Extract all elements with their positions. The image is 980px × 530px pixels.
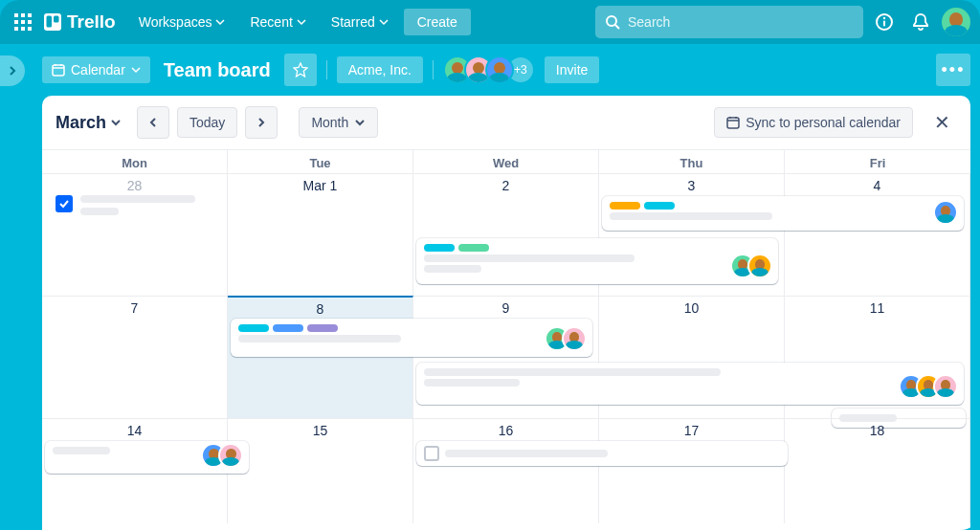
user-avatar[interactable] — [942, 8, 970, 36]
dow-thu: Thu — [599, 150, 785, 173]
topnav: Trello Workspaces Recent Starred Create — [0, 0, 980, 44]
calendar-card[interactable] — [231, 319, 592, 357]
dow-fri: Fri — [785, 150, 970, 173]
svg-rect-16 — [53, 65, 64, 76]
month-picker[interactable]: March — [56, 113, 129, 133]
create-button[interactable]: Create — [404, 9, 471, 35]
apps-grid-icon[interactable] — [10, 9, 36, 35]
trello-logo[interactable]: Trello — [42, 11, 123, 33]
calendar-card[interactable] — [45, 441, 249, 474]
star-icon — [293, 62, 308, 77]
calendar-icon — [52, 63, 65, 77]
calendar-header: March Today Month Sync to personal calen… — [42, 96, 970, 149]
day-cell[interactable]: 7 — [42, 296, 228, 418]
svg-rect-0 — [14, 13, 18, 17]
week-row: 28 Mar 1 2 3 4 — [42, 173, 970, 296]
avatar[interactable] — [933, 374, 958, 399]
nav-starred[interactable]: Starred — [322, 9, 398, 35]
week-row: 7 8 9 10 11 — [42, 296, 970, 418]
search-input[interactable] — [628, 14, 854, 30]
board-header: Calendar Team board Acme, Inc. +3 Invite… — [0, 44, 980, 96]
svg-rect-10 — [47, 16, 53, 28]
calendar-card[interactable] — [416, 363, 964, 405]
dow-row: Mon Tue Wed Thu Fri — [42, 150, 970, 173]
calendar-card[interactable] — [602, 196, 964, 231]
placeholder-text — [80, 195, 195, 215]
svg-point-12 — [607, 16, 616, 26]
calendar-grid: Mon Tue Wed Thu Fri 28 Mar 1 2 3 4 — [42, 149, 970, 530]
card-members[interactable] — [899, 374, 958, 399]
chevron-down-icon — [354, 117, 366, 128]
day-cell[interactable]: Mar 1 — [228, 173, 413, 296]
day-cell[interactable]: 17 — [599, 418, 785, 523]
board-title[interactable]: Team board — [160, 59, 275, 81]
svg-rect-7 — [21, 27, 25, 31]
today-button[interactable]: Today — [177, 107, 237, 138]
svg-rect-8 — [28, 27, 32, 31]
chevron-down-icon — [131, 65, 141, 75]
svg-point-14 — [883, 17, 885, 19]
checkbox-icon[interactable] — [56, 195, 73, 212]
search-box[interactable] — [595, 6, 863, 38]
chevron-down-icon — [215, 17, 225, 27]
calendar-card[interactable] — [416, 238, 778, 284]
card-members[interactable] — [545, 326, 587, 351]
svg-rect-2 — [28, 13, 32, 17]
dow-mon: Mon — [42, 150, 228, 173]
brand-text: Trello — [67, 11, 116, 33]
dow-wed: Wed — [413, 150, 599, 173]
card-members[interactable] — [730, 254, 772, 278]
nav-recent[interactable]: Recent — [240, 9, 315, 35]
avatar[interactable] — [562, 326, 587, 351]
svg-rect-11 — [54, 16, 59, 23]
week-row: 14 15 16 17 18 — [42, 418, 970, 523]
day-cell[interactable]: 28 — [42, 173, 228, 296]
chevron-down-icon — [110, 117, 122, 128]
member-stack[interactable]: +3 — [443, 55, 535, 84]
calendar-card[interactable] — [416, 441, 788, 466]
card-members[interactable] — [933, 200, 958, 225]
dow-tue: Tue — [228, 150, 413, 173]
view-switcher[interactable]: Calendar — [42, 56, 150, 83]
card-members[interactable] — [201, 443, 243, 468]
day-cell[interactable]: 15 — [228, 418, 413, 523]
close-button[interactable]: ✕ — [926, 107, 957, 138]
workspace-chip[interactable]: Acme, Inc. — [337, 56, 423, 83]
sync-button[interactable]: Sync to personal calendar — [714, 107, 913, 138]
avatar[interactable] — [747, 254, 772, 278]
bell-icon[interactable] — [905, 7, 936, 37]
svg-rect-4 — [21, 20, 25, 24]
chevron-right-icon — [256, 117, 267, 128]
day-cell[interactable]: 18 — [785, 418, 970, 523]
nav-workspaces[interactable]: Workspaces — [129, 9, 235, 35]
checkbox-icon[interactable] — [424, 446, 439, 461]
next-button[interactable] — [245, 106, 278, 139]
svg-rect-15 — [883, 21, 885, 27]
svg-rect-3 — [14, 20, 18, 24]
prev-button[interactable] — [137, 106, 169, 139]
calendar-icon — [726, 116, 740, 129]
avatar[interactable] — [218, 443, 243, 468]
board-menu-button[interactable]: ••• — [936, 54, 970, 86]
svg-rect-17 — [727, 118, 739, 128]
info-icon[interactable] — [869, 7, 900, 37]
avatar[interactable] — [933, 200, 958, 225]
day-cell-today[interactable]: 8 — [228, 296, 413, 418]
svg-rect-5 — [28, 20, 32, 24]
period-switcher[interactable]: Month — [299, 107, 378, 138]
calendar-panel: March Today Month Sync to personal calen… — [42, 96, 970, 530]
day-cell[interactable]: 4 — [785, 173, 970, 296]
member-avatar[interactable] — [485, 55, 514, 84]
chevron-down-icon — [379, 17, 389, 27]
svg-rect-6 — [14, 27, 18, 31]
chevron-left-icon — [147, 117, 159, 128]
separator — [433, 60, 434, 79]
separator — [326, 60, 327, 79]
invite-button[interactable]: Invite — [545, 56, 599, 83]
svg-rect-1 — [21, 13, 25, 17]
search-icon — [605, 14, 620, 30]
day-cell[interactable]: 16 — [413, 418, 599, 523]
star-button[interactable] — [284, 54, 317, 86]
chevron-down-icon — [297, 17, 306, 27]
